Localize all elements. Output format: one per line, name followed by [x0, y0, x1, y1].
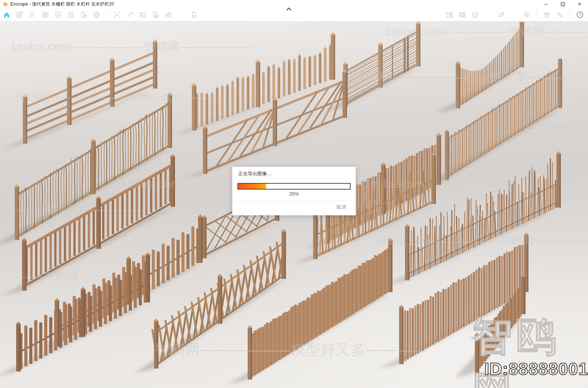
bim-icon[interactable]: BIM — [28, 10, 37, 19]
svg-text:EXE: EXE — [193, 15, 196, 17]
caret-icon[interactable] — [484, 10, 492, 19]
building-energy-icon[interactable] — [79, 10, 88, 19]
cancel-button[interactable]: 取消 — [337, 204, 346, 211]
caret-icon[interactable] — [509, 10, 518, 19]
framed-image-icon[interactable] — [458, 10, 467, 19]
toolbar: BIM360EXE ? — [0, 8, 588, 22]
toolbar-left-group: BIM360EXE — [2, 10, 211, 19]
document-edit-icon[interactable] — [15, 10, 24, 19]
fence-hrails — [3, 39, 158, 148]
shield-drop-icon[interactable] — [54, 10, 62, 19]
film-reel-icon[interactable] — [92, 10, 101, 19]
svg-text:?: ? — [579, 12, 581, 17]
svg-text:BIM: BIM — [30, 12, 34, 14]
collapse-toolbar-caret[interactable] — [285, 7, 293, 12]
dialog-title: 正在导出图像… — [238, 170, 272, 177]
enscape-window: 1miba.com——————智鸥网——————1miba.com——————智… — [0, 0, 588, 388]
fence-weave — [323, 21, 421, 112]
toolbar-right-group: ? — [445, 10, 584, 19]
magic-wand-icon[interactable] — [125, 10, 134, 19]
close-button[interactable]: ✕ — [571, 0, 588, 8]
toolbar-divider — [537, 10, 537, 19]
window-controls: ✕ — [537, 0, 588, 8]
caret-icon[interactable] — [177, 10, 186, 19]
screenshot-icon[interactable] — [112, 10, 121, 19]
window-title: Enscape - 现代篱笆 木栅栏 围栏 木栏杆 实木护栏20 — [10, 1, 114, 7]
view-window-icon[interactable] — [41, 10, 50, 19]
dialog-divider — [232, 201, 356, 201]
title-bar: Enscape - 现代篱笆 木栅栏 围栏 木栏杆 实木护栏20 ✕ — [0, 0, 588, 8]
cube-3d-icon[interactable] — [471, 10, 480, 19]
tag-export-icon[interactable] — [151, 10, 160, 19]
progress-percent: 25% — [232, 191, 356, 197]
caret-icon[interactable] — [202, 10, 211, 19]
wing-icon[interactable] — [496, 10, 505, 19]
minimize-button[interactable] — [537, 0, 554, 8]
maximize-button[interactable] — [554, 0, 571, 8]
settings-gears-icon[interactable] — [555, 10, 564, 19]
panorama-360-icon[interactable]: 360 — [164, 10, 173, 19]
home-icon[interactable] — [2, 10, 11, 19]
toolbar-divider — [570, 10, 570, 19]
building-icon[interactable] — [67, 10, 75, 19]
vr-headset-icon[interactable] — [522, 10, 531, 19]
progress-bar-fill — [238, 184, 266, 189]
export-progress-dialog: 正在导出图像… 25% 取消 — [232, 167, 356, 215]
visual-settings-icon[interactable] — [542, 10, 551, 19]
fence-picketsPointed — [172, 32, 336, 135]
model-id: ID:888880014 — [484, 359, 588, 379]
help-icon[interactable]: ? — [576, 10, 584, 19]
mail-image-icon[interactable] — [445, 10, 454, 19]
progress-bar — [237, 183, 351, 190]
toolbar-divider — [107, 10, 107, 19]
image-export-icon[interactable] — [138, 10, 147, 19]
enscape-logo-icon — [3, 1, 8, 7]
exe-export-icon[interactable]: EXE — [190, 10, 198, 19]
